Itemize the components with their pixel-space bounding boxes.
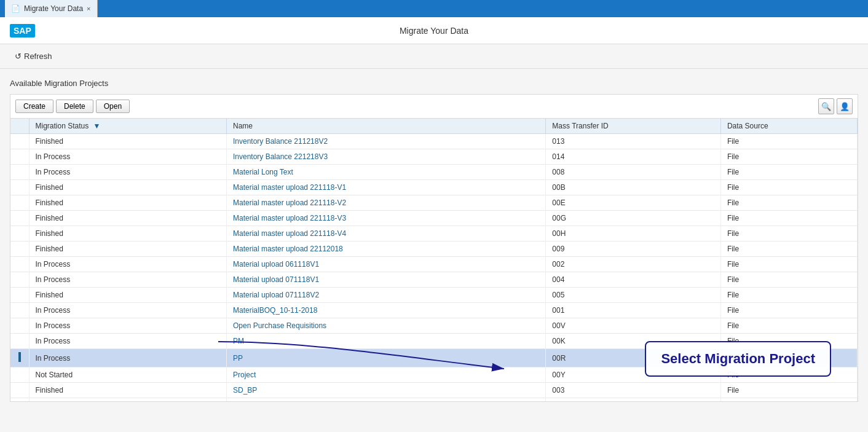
migration-status-cell: In Process bbox=[29, 318, 226, 334]
section-title: Available Migration Projects bbox=[10, 79, 858, 88]
migration-status-cell: In Process bbox=[29, 149, 226, 165]
migration-status-cell: Finished bbox=[29, 383, 226, 398]
data-source-cell: File bbox=[720, 303, 857, 318]
project-name-cell[interactable]: Material upload 071118V1 bbox=[226, 272, 545, 288]
action-buttons-right: 🔍 👤 bbox=[818, 98, 853, 114]
col-mass-transfer-id[interactable]: Mass Transfer ID bbox=[546, 119, 721, 134]
migration-status-cell: Finished bbox=[29, 211, 226, 226]
table-row[interactable]: In ProcessOpen Purchase Requisitions00VF… bbox=[10, 318, 858, 334]
table-row[interactable]: FinishedMaterial master upload 221118-V1… bbox=[10, 180, 858, 195]
toolbar: ↺ Refresh bbox=[0, 44, 868, 69]
project-name-cell[interactable]: SD_BP bbox=[226, 383, 545, 398]
migration-status-cell: In Process bbox=[29, 349, 226, 367]
migration-status-cell: Finished bbox=[29, 180, 226, 195]
main-content: Available Migration Projects Create Dele… bbox=[0, 69, 868, 432]
col-name[interactable]: Name bbox=[226, 119, 545, 134]
sort-arrow-icon: ▼ bbox=[93, 122, 101, 130]
data-source-cell: File bbox=[720, 272, 857, 288]
sap-top-bar: SAP Migrate Your Data bbox=[0, 17, 868, 44]
mass-transfer-id-cell: 00Y bbox=[546, 367, 721, 383]
project-name-cell[interactable]: Material upload 061118V1 bbox=[226, 257, 545, 272]
row-indicator-cell bbox=[10, 211, 29, 226]
search-icon-button[interactable]: 🔍 bbox=[818, 98, 834, 114]
table-row[interactable]: FinishedMaterial master upload 221118-V3… bbox=[10, 211, 858, 226]
settings-icon-button[interactable]: 👤 bbox=[837, 98, 853, 114]
data-source-cell: File bbox=[720, 318, 857, 334]
action-buttons-left: Create Delete Open bbox=[15, 100, 130, 113]
data-source-cell: File bbox=[720, 367, 857, 383]
data-source-cell: File bbox=[720, 257, 857, 272]
title-bar: 📄 Migrate Your Data × bbox=[0, 0, 868, 17]
row-indicator-cell bbox=[10, 257, 29, 272]
project-name-cell[interactable]: Material master upload 221118-V2 bbox=[226, 195, 545, 211]
migration-status-cell: In Process bbox=[29, 257, 226, 272]
tab-label: Migrate Your Data bbox=[24, 4, 83, 13]
row-indicator-cell bbox=[10, 367, 29, 383]
col-indicator bbox=[10, 119, 29, 134]
data-source-cell: File bbox=[720, 383, 857, 398]
project-name-cell[interactable]: PP bbox=[226, 349, 545, 367]
project-name-cell[interactable]: Project bbox=[226, 367, 545, 383]
table-row[interactable]: FinishedMaterial upload 071118V2005File bbox=[10, 288, 858, 303]
project-name-cell[interactable]: PM bbox=[226, 334, 545, 349]
project-name-cell[interactable]: Inventory Balance 211218V2 bbox=[226, 134, 545, 149]
table-row[interactable]: In ProcessPP00RFile bbox=[10, 349, 858, 367]
table-row[interactable]: In ProcessMaterialBOQ_10-11-2018001File bbox=[10, 303, 858, 318]
data-source-cell: File bbox=[720, 334, 857, 349]
project-name-cell[interactable]: Material upload 071118V2 bbox=[226, 288, 545, 303]
mass-transfer-id-cell: 003 bbox=[546, 383, 721, 398]
create-button[interactable]: Create bbox=[15, 100, 53, 113]
table-row[interactable]: In ProcessMaterial Long Text008File bbox=[10, 165, 858, 180]
migration-status-cell: Finished bbox=[29, 134, 226, 149]
migration-status-cell: Finished bbox=[29, 226, 226, 242]
tab-migrate-your-data[interactable]: 📄 Migrate Your Data × bbox=[5, 0, 98, 17]
project-name-cell[interactable]: Material Long Text bbox=[226, 165, 545, 180]
table-row[interactable]: In ProcessInventory Balance 221218V3014F… bbox=[10, 149, 858, 165]
action-bar: Create Delete Open 🔍 👤 bbox=[10, 95, 858, 119]
mass-transfer-id-cell: 00K bbox=[546, 334, 721, 349]
project-name-cell[interactable]: Material master upload 221118-V1 bbox=[226, 180, 545, 195]
project-name-cell[interactable]: MaterialBOQ_10-11-2018 bbox=[226, 303, 545, 318]
row-indicator-cell bbox=[10, 398, 29, 402]
data-source-cell: File bbox=[720, 211, 857, 226]
row-indicator-cell bbox=[10, 226, 29, 242]
data-source-cell: File bbox=[720, 195, 857, 211]
row-indicator-cell bbox=[10, 272, 29, 288]
close-tab-button[interactable]: × bbox=[87, 5, 90, 12]
table-header-row: Migration Status ▼ Name Mass Transfer ID… bbox=[10, 119, 858, 134]
project-name-cell[interactable]: Material master upload 221118-V3 bbox=[226, 211, 545, 226]
table-row[interactable]: FinishedSD_BP101SFile bbox=[10, 398, 858, 402]
data-source-cell: File bbox=[720, 134, 857, 149]
project-name-cell[interactable]: SD_BP1 bbox=[226, 398, 545, 402]
mass-transfer-id-cell: 00G bbox=[546, 211, 721, 226]
data-source-cell: File bbox=[720, 180, 857, 195]
project-name-cell[interactable]: Open Purchase Requisitions bbox=[226, 318, 545, 334]
table-row[interactable]: In ProcessMaterial upload 061118V1002Fil… bbox=[10, 257, 858, 272]
col-migration-status[interactable]: Migration Status ▼ bbox=[29, 119, 226, 134]
project-name-cell[interactable]: Material master upload 22112018 bbox=[226, 242, 545, 257]
table-row[interactable]: In ProcessMaterial upload 071118V1004Fil… bbox=[10, 272, 858, 288]
table-row[interactable]: FinishedInventory Balance 211218V2013Fil… bbox=[10, 134, 858, 149]
migration-status-cell: In Process bbox=[29, 272, 226, 288]
table-row[interactable]: Not StartedProject00YFile bbox=[10, 367, 858, 383]
migration-status-cell: Finished bbox=[29, 288, 226, 303]
open-button[interactable]: Open bbox=[96, 100, 130, 113]
row-indicator-cell bbox=[10, 288, 29, 303]
table-row[interactable]: FinishedSD_BP003File bbox=[10, 383, 858, 398]
col-status-label: Migration Status bbox=[36, 122, 89, 130]
sap-logo: SAP bbox=[10, 24, 35, 37]
migration-projects-table-container: Create Delete Open 🔍 👤 Migration Status … bbox=[10, 94, 858, 402]
table-row[interactable]: FinishedMaterial master upload 221120180… bbox=[10, 242, 858, 257]
table-row[interactable]: FinishedMaterial master upload 221118-V4… bbox=[10, 226, 858, 242]
table-scroll-wrapper[interactable]: Migration Status ▼ Name Mass Transfer ID… bbox=[10, 119, 858, 401]
delete-button[interactable]: Delete bbox=[56, 100, 93, 113]
col-data-source[interactable]: Data Source bbox=[720, 119, 857, 134]
mass-transfer-id-cell: 014 bbox=[546, 149, 721, 165]
mass-transfer-id-cell: 00V bbox=[546, 318, 721, 334]
table-row[interactable]: In ProcessPM00KFile bbox=[10, 334, 858, 349]
refresh-button[interactable]: ↺ Refresh bbox=[10, 49, 57, 63]
row-indicator-cell bbox=[10, 242, 29, 257]
table-row[interactable]: FinishedMaterial master upload 221118-V2… bbox=[10, 195, 858, 211]
project-name-cell[interactable]: Inventory Balance 221218V3 bbox=[226, 149, 545, 165]
project-name-cell[interactable]: Material master upload 221118-V4 bbox=[226, 226, 545, 242]
